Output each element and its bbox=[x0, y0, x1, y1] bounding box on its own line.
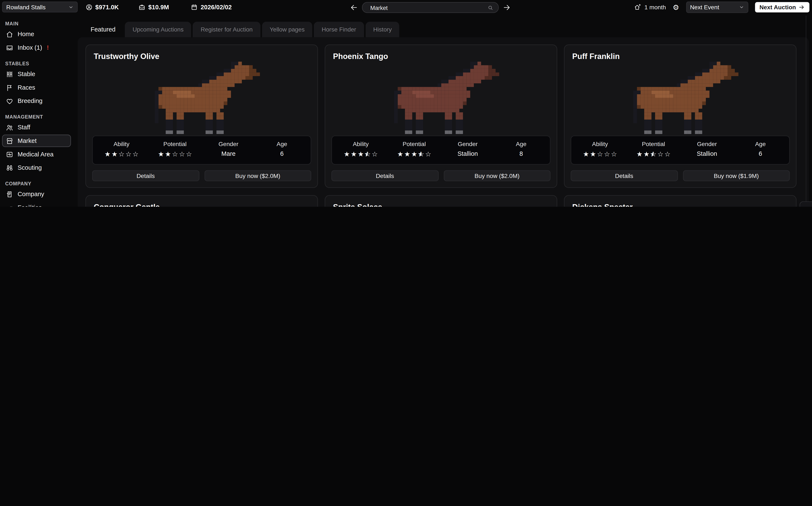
sidebar-item-facilities[interactable]: Facilities bbox=[2, 201, 71, 207]
sidebar-item-label: Company bbox=[17, 190, 44, 198]
gender-label: Gender bbox=[219, 141, 238, 147]
star-empty-icon: ☆ bbox=[596, 150, 603, 158]
sidebar-item-breeding[interactable]: Breeding bbox=[2, 95, 71, 107]
facilities-icon bbox=[6, 204, 13, 207]
tab-label: Horse Finder bbox=[322, 26, 356, 32]
nav-back-button[interactable] bbox=[350, 4, 358, 11]
person-circle-icon bbox=[85, 3, 93, 11]
sidebar-item-staff[interactable]: Staff bbox=[2, 121, 71, 134]
star-empty-icon: ☆ bbox=[132, 150, 139, 158]
arrow-right-icon bbox=[503, 4, 511, 11]
tab-horse-finder[interactable]: Horse Finder bbox=[314, 22, 364, 37]
topbar: Rowland Stalls $971.0K $10.9M 2026/02/02… bbox=[0, 0, 812, 14]
flag-icon bbox=[6, 84, 13, 91]
nav-search-value: Market bbox=[370, 4, 487, 11]
sidebar-item-company[interactable]: Company bbox=[2, 188, 71, 200]
star-empty-icon: ☆ bbox=[425, 150, 431, 158]
horse-image bbox=[86, 61, 318, 136]
advance-time-label: 1 month bbox=[644, 4, 666, 10]
sidebar-item-label: Inbox (1) bbox=[17, 44, 42, 51]
horse-card: Sprite SolaceAbility★★☆★☆☆Potential★★★☆☆… bbox=[325, 195, 557, 207]
buy-now-button[interactable]: Buy now ($2.0M) bbox=[443, 170, 551, 181]
next-event-value: Next Event bbox=[690, 4, 719, 10]
sidebar-item-label: Home bbox=[17, 30, 34, 37]
star-full-icon: ★ bbox=[411, 150, 418, 158]
house-plus-icon bbox=[634, 4, 641, 11]
sidebar: MAINHomeInbox (1)!STABLESStableRacesBree… bbox=[0, 14, 73, 207]
star-full-icon: ★ bbox=[104, 150, 111, 158]
company-icon bbox=[6, 190, 13, 198]
star-rating: ★★★☆★☆ bbox=[343, 150, 378, 158]
tab-label: History bbox=[373, 26, 392, 32]
binoculars-icon bbox=[6, 164, 13, 172]
star-full-icon: ★ bbox=[343, 150, 350, 158]
featured-grid: Trustworthy OliveAbility★★☆☆☆Potential★★… bbox=[85, 45, 796, 207]
settings-gear-icon[interactable]: ⚙ bbox=[673, 4, 679, 11]
details-button[interactable]: Details bbox=[92, 170, 199, 181]
tab-featured[interactable]: Featured bbox=[83, 22, 123, 37]
horse-card: Dickens SpecterAbility★☆★☆☆☆Potential★☆★… bbox=[564, 195, 797, 207]
sidebar-item-medical-area[interactable]: Medical Area bbox=[2, 148, 71, 160]
gender-value: Stallion bbox=[697, 150, 717, 157]
tab-label: Register for Auction bbox=[201, 26, 253, 32]
search-icon bbox=[487, 4, 493, 11]
horse-card: Conqueror GentleAbility★★★☆☆Potential★★★… bbox=[85, 195, 318, 207]
ability-label: Ability bbox=[113, 141, 130, 147]
sidebar-item-inbox-1[interactable]: Inbox (1)! bbox=[2, 41, 71, 54]
briefcase-icon bbox=[139, 3, 146, 11]
sidebar-item-market[interactable]: Market bbox=[2, 135, 71, 147]
arrow-left-icon bbox=[350, 4, 358, 11]
sidebar-item-label: Scouting bbox=[17, 164, 42, 171]
details-button[interactable]: Details bbox=[571, 170, 678, 181]
horse-name: Phoenix Tango bbox=[333, 52, 549, 61]
tab-label: Yellow pages bbox=[270, 26, 305, 32]
cash-value: $971.0K bbox=[95, 3, 119, 11]
age-value: 6 bbox=[759, 150, 762, 157]
star-half-icon: ☆★ bbox=[650, 150, 657, 158]
star-full-icon: ★ bbox=[158, 150, 165, 158]
star-empty-icon: ☆ bbox=[371, 150, 378, 158]
heart-icon bbox=[6, 97, 13, 105]
horse-name: Conqueror Gentle bbox=[94, 202, 310, 207]
buy-now-button[interactable]: Buy now ($2.0M) bbox=[204, 170, 311, 181]
staff-icon bbox=[6, 123, 13, 131]
star-full-icon: ★ bbox=[589, 150, 596, 158]
star-empty-icon: ☆ bbox=[178, 150, 185, 158]
date-display: 2026/02/02 bbox=[191, 3, 232, 11]
tab-history[interactable]: History bbox=[366, 22, 399, 37]
tab-register-for-auction[interactable]: Register for Auction bbox=[193, 22, 260, 37]
sidebar-section: MAINHomeInbox (1)! bbox=[0, 21, 73, 54]
sidebar-item-label: Medical Area bbox=[17, 151, 54, 158]
sidebar-item-label: Facilities bbox=[17, 204, 42, 207]
notes-side-tab[interactable]: Notes bbox=[800, 201, 812, 207]
tab-yellow-pages[interactable]: Yellow pages bbox=[262, 22, 312, 37]
age-value: 6 bbox=[280, 150, 283, 157]
inbox-icon bbox=[6, 44, 13, 52]
sidebar-item-races[interactable]: Races bbox=[2, 81, 71, 94]
next-event-select[interactable]: Next Event bbox=[686, 1, 748, 13]
tab-label: Upcoming Auctions bbox=[133, 26, 183, 32]
nav-search[interactable]: Market bbox=[362, 2, 499, 13]
sidebar-item-scouting[interactable]: Scouting bbox=[2, 162, 71, 174]
sidebar-item-label: Market bbox=[17, 137, 36, 144]
stable-select-value: Rowland Stalls bbox=[6, 4, 46, 10]
nav-forward-button[interactable] bbox=[503, 4, 511, 11]
sidebar-item-label: Stable bbox=[17, 70, 35, 78]
tab-upcoming-auctions[interactable]: Upcoming Auctions bbox=[125, 22, 191, 37]
star-half-icon: ☆★ bbox=[364, 150, 371, 158]
sidebar-section: COMPANYCompanyFacilitiesFinance bbox=[0, 181, 73, 207]
buy-now-button[interactable]: Buy now ($1.9M) bbox=[683, 170, 790, 181]
sidebar-section-label: COMPANY bbox=[5, 181, 73, 186]
star-full-icon: ★ bbox=[643, 150, 650, 158]
company-value: $10.9M bbox=[148, 3, 169, 11]
ability-label: Ability bbox=[353, 141, 369, 147]
age-label: Age bbox=[755, 141, 766, 147]
details-button[interactable]: Details bbox=[331, 170, 438, 181]
age-value: 8 bbox=[519, 150, 523, 157]
next-auction-button[interactable]: Next Auction bbox=[755, 2, 809, 12]
gender-label: Gender bbox=[458, 141, 478, 147]
star-full-icon: ★ bbox=[165, 150, 171, 158]
sidebar-item-stable[interactable]: Stable bbox=[2, 68, 71, 80]
stable-select[interactable]: Rowland Stalls bbox=[2, 1, 78, 12]
sidebar-item-home[interactable]: Home bbox=[2, 28, 71, 40]
